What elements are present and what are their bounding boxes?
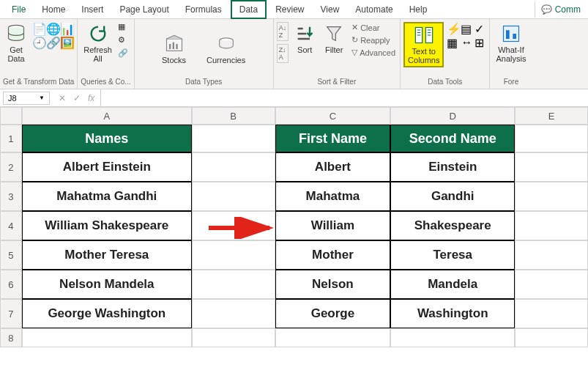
row-header-4[interactable]: 4 [0,211,22,240]
row-header-6[interactable]: 6 [0,270,22,299]
existing-conn-icon[interactable]: 🔗 [46,36,58,48]
tab-pagelayout[interactable]: Page Layout [112,1,176,18]
cell-e8[interactable] [515,328,588,347]
col-header-e[interactable]: E [515,107,588,125]
cell-e3[interactable] [515,182,588,211]
cell-b3[interactable] [192,182,275,211]
tab-insert[interactable]: Insert [74,1,111,18]
row-header-5[interactable]: 5 [0,240,22,270]
tab-help[interactable]: Help [402,1,435,18]
get-data-button[interactable]: Get Data [3,22,29,64]
reapply-button[interactable]: ↻Reapply [350,34,397,45]
cell-a1[interactable]: Names [22,125,192,152]
cell-c7[interactable]: George [275,299,391,328]
col-header-c[interactable]: C [275,107,391,125]
cell-c3[interactable]: Mahatma [275,182,391,211]
text-to-columns-button[interactable]: Text to Columns [403,22,444,67]
cancel-x-icon[interactable]: ✕ [59,93,66,103]
name-box[interactable]: J8▼ [3,92,50,105]
cell-d2[interactable]: Einstein [390,152,515,182]
row-header-7[interactable]: 7 [0,299,22,328]
relationships-icon[interactable]: ↔ [461,36,472,48]
refresh-all-button[interactable]: Refresh All [81,22,115,64]
clear-filter-button[interactable]: ✕Clear [350,22,397,33]
cell-d3[interactable]: Gandhi [390,182,515,211]
cell-e6[interactable] [515,270,588,299]
row-header-2[interactable]: 2 [0,152,22,182]
cell-b7[interactable] [192,299,275,328]
cell-a5[interactable]: Mother Teresa [22,240,192,270]
cell-c2[interactable]: Albert [275,152,391,182]
advanced-filter-button[interactable]: ▽Advanced [350,47,397,58]
formula-input[interactable] [100,89,588,106]
tab-home[interactable]: Home [34,1,72,18]
cell-c8[interactable] [275,328,391,347]
tab-view[interactable]: View [313,1,347,18]
remove-dupes-icon[interactable]: ▤ [461,22,472,34]
cell-b4[interactable] [192,211,275,240]
fx-icon[interactable]: fx [88,93,94,103]
col-header-b[interactable]: B [192,107,275,125]
from-table-icon[interactable]: 📊 [60,22,72,34]
cell-b6[interactable] [192,270,275,299]
cell-a3[interactable]: Mahatma Gandhi [22,182,192,211]
get-data-quickbtns: 📄 🌐 📊 🕘 🔗 🖼️ [32,22,72,48]
from-text-icon[interactable]: 📄 [32,22,44,34]
cell-c5[interactable]: Mother [275,240,391,270]
group-label-datatools: Data Tools [403,76,486,87]
edit-links-icon[interactable]: 🔗 [118,48,130,60]
cell-e7[interactable] [515,299,588,328]
consolidate-icon[interactable]: ▦ [447,36,458,48]
row-header-8[interactable]: 8 [0,328,22,347]
data-validation-icon[interactable]: ✓ [475,22,486,34]
cell-e5[interactable] [515,240,588,270]
stocks-type-button[interactable]: Stocks [159,32,189,66]
cell-b5[interactable] [192,240,275,270]
row-header-1[interactable]: 1 [0,125,22,152]
from-web-icon[interactable]: 🌐 [46,22,58,34]
cell-c6[interactable]: Nelson [275,270,391,299]
sort-az-button[interactable]: A↓Z [277,22,289,41]
whatif-button[interactable]: What-If Analysis [493,22,529,64]
cell-a7[interactable]: George Washington [22,299,192,328]
tab-data[interactable]: Data [231,0,267,19]
tab-comments[interactable]: 💬Comm [535,1,588,18]
cell-e2[interactable] [515,152,588,182]
queries-icon[interactable]: ▦ [118,22,130,34]
cell-d6[interactable]: Mandela [390,270,515,299]
select-all-corner[interactable] [0,107,22,125]
cell-d1[interactable]: Second Name [390,125,515,152]
cell-d8[interactable] [390,328,515,347]
cell-a8[interactable] [22,328,192,347]
properties-icon[interactable]: ⚙ [118,35,130,47]
cell-a6[interactable]: Nelson Mandela [22,270,192,299]
flash-fill-icon[interactable]: ⚡ [447,22,458,34]
col-header-a[interactable]: A [22,107,192,125]
cell-a2[interactable]: Albert Einstein [22,152,192,182]
cell-d5[interactable]: Teresa [390,240,515,270]
tab-review[interactable]: Review [268,1,311,18]
cell-d7[interactable]: Washington [390,299,515,328]
tab-file[interactable]: File [4,1,33,18]
recent-sources-icon[interactable]: 🕘 [32,36,44,48]
tab-formulas[interactable]: Formulas [178,1,229,18]
cell-d4[interactable]: Shakespeare [390,211,515,240]
cell-e4[interactable] [515,211,588,240]
cell-e1[interactable] [515,125,588,152]
tab-automate[interactable]: Automate [348,1,400,18]
row-header-3[interactable]: 3 [0,182,22,211]
cell-c4[interactable]: William [275,211,391,240]
filter-button[interactable]: Filter [321,22,347,56]
from-picture-icon[interactable]: 🖼️ [60,36,72,48]
cell-c1[interactable]: First Name [275,125,391,152]
sort-button[interactable]: Sort [291,22,318,56]
cell-b8[interactable] [192,328,275,347]
cell-b1[interactable] [192,125,275,152]
col-header-d[interactable]: D [390,107,515,125]
enter-check-icon[interactable]: ✓ [73,93,81,103]
data-model-icon[interactable]: ⊞ [475,36,486,48]
sort-za-button[interactable]: Z↓A [277,44,289,63]
cell-a4[interactable]: William Shakespeare [22,211,192,240]
cell-b2[interactable] [192,152,275,182]
currencies-type-button[interactable]: Currencies [204,32,248,66]
